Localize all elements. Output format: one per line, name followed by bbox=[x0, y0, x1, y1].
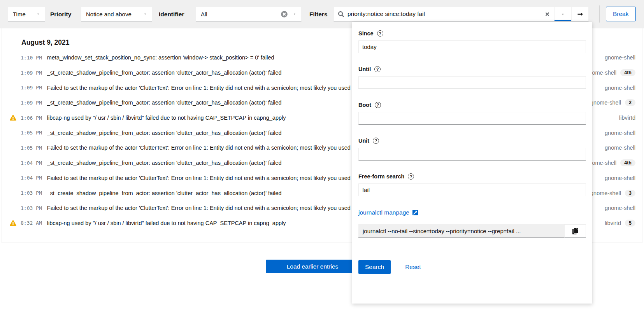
entry-time: 1:09 PM bbox=[21, 70, 42, 76]
external-link-icon bbox=[412, 209, 418, 216]
identifier-clear-icon[interactable] bbox=[281, 11, 288, 17]
unit-field: Unit ? bbox=[358, 138, 586, 161]
search-field-wrap bbox=[334, 7, 540, 21]
time-select-value: Time bbox=[13, 11, 26, 17]
until-label: Until bbox=[358, 66, 371, 72]
count-badge: 3 bbox=[625, 190, 635, 197]
time-select[interactable]: Time bbox=[8, 7, 45, 21]
free-form-search-input[interactable] bbox=[358, 183, 586, 196]
free-form-search-field: Free-form search ? bbox=[358, 173, 586, 196]
since-label: Since bbox=[358, 30, 374, 37]
entry-time: 1:04 PM bbox=[21, 160, 42, 166]
entry-identifier: gnome-shell bbox=[605, 205, 635, 211]
break-button[interactable]: Break bbox=[606, 7, 636, 21]
unit-input[interactable] bbox=[358, 148, 586, 161]
entry-identifier: gnome-shell bbox=[605, 85, 635, 91]
until-input[interactable] bbox=[358, 76, 586, 89]
entry-identifier: gnome-shell bbox=[605, 130, 635, 136]
reset-button[interactable]: Reset bbox=[405, 264, 421, 271]
help-icon[interactable]: ? bbox=[377, 30, 383, 37]
priority-label: Priority bbox=[50, 11, 71, 18]
count-badge: 2 bbox=[625, 99, 635, 106]
boot-input[interactable] bbox=[358, 112, 586, 125]
until-field: Until ? bbox=[358, 66, 586, 89]
search-icon bbox=[338, 11, 344, 17]
entry-identifier: gnome-shell bbox=[590, 190, 621, 196]
identifier-select[interactable]: All bbox=[196, 7, 302, 21]
advanced-search-panel: Since ? Until ? Boot ? Unit ? Free-form … bbox=[352, 22, 592, 304]
entry-time: 1:04 PM bbox=[21, 175, 42, 181]
caret-down-icon bbox=[293, 13, 297, 15]
copy-icon bbox=[572, 228, 578, 234]
caret-down-icon bbox=[143, 13, 147, 15]
identifier-select-value: All bbox=[201, 11, 207, 17]
filters-label: Filters bbox=[309, 11, 328, 18]
help-icon[interactable]: ? bbox=[373, 138, 379, 144]
entry-identifier: libvirtd bbox=[619, 115, 635, 121]
search-options-toggle[interactable] bbox=[554, 7, 571, 21]
caret-down-icon bbox=[36, 13, 40, 15]
entry-identifier: gnome-shell bbox=[590, 100, 621, 106]
journalctl-command-row: journalctl --no-tail --since=today --pri… bbox=[358, 224, 586, 238]
entry-identifier: libvirtd bbox=[605, 220, 621, 226]
journalctl-manpage-link[interactable]: journalctl manpage bbox=[358, 209, 409, 216]
priority-select-value: Notice and above bbox=[86, 11, 132, 17]
entry-time: 1:06 PM bbox=[21, 115, 42, 121]
count-badge: 4th bbox=[620, 69, 635, 76]
search-submit-button[interactable] bbox=[571, 7, 588, 21]
entry-identifier: gnome-shell bbox=[605, 145, 635, 151]
boot-label: Boot bbox=[358, 102, 371, 108]
priority-select[interactable]: Notice and above bbox=[81, 7, 152, 21]
search-button[interactable]: Search bbox=[358, 260, 391, 274]
entry-time: 1:05 PM bbox=[21, 145, 42, 151]
journal-search-group bbox=[333, 7, 589, 21]
close-icon bbox=[545, 12, 550, 17]
caret-down-icon bbox=[561, 13, 565, 16]
warning-icon bbox=[10, 115, 16, 121]
boot-field: Boot ? bbox=[358, 102, 586, 125]
since-input[interactable] bbox=[358, 40, 586, 53]
unit-label: Unit bbox=[358, 138, 369, 144]
search-clear-button[interactable] bbox=[540, 7, 554, 21]
identifier-label: Identifier bbox=[159, 11, 184, 18]
count-badge: 4th bbox=[620, 159, 635, 166]
help-icon[interactable]: ? bbox=[375, 102, 381, 108]
entry-identifier: gnome-shell bbox=[605, 54, 635, 61]
entry-time: 1:03 PM bbox=[21, 205, 42, 211]
entry-time: 1:03 PM bbox=[21, 190, 42, 196]
search-input[interactable] bbox=[347, 10, 536, 17]
since-field: Since ? bbox=[358, 30, 586, 53]
entry-time: 1:10 PM bbox=[21, 55, 42, 61]
entry-time: 8:32 AM bbox=[21, 220, 42, 226]
journalctl-command-text: journalctl --no-tail --since=today --pri… bbox=[358, 224, 564, 238]
copy-command-button[interactable] bbox=[564, 224, 586, 238]
load-earlier-entries-button[interactable]: Load earlier entries bbox=[266, 260, 359, 273]
entry-time: 1:05 PM bbox=[21, 130, 42, 136]
entry-identifier: gnome-shell bbox=[605, 175, 635, 181]
arrow-right-icon bbox=[577, 11, 584, 17]
toolbar-divider bbox=[599, 5, 600, 23]
help-icon[interactable]: ? bbox=[408, 173, 414, 180]
warning-icon bbox=[10, 220, 16, 226]
entry-time: 1:09 PM bbox=[21, 85, 42, 91]
entry-time: 1:09 PM bbox=[21, 100, 42, 106]
count-badge: 5 bbox=[625, 220, 635, 227]
help-icon[interactable]: ? bbox=[374, 66, 381, 72]
free-form-search-label: Free-form search bbox=[358, 173, 404, 180]
